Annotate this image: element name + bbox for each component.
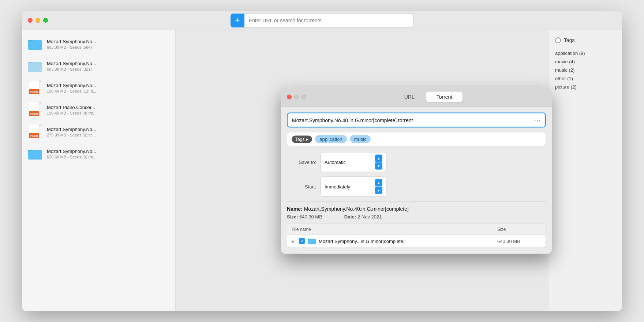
tag-item-movie[interactable]: movie (4): [555, 57, 616, 66]
svg-text:VIDEO: VIDEO: [30, 113, 38, 115]
torrent-meta: 605.08 MB - Seeds (321): [47, 67, 169, 71]
tags-radio[interactable]: [555, 37, 561, 43]
torrent-name: Mozart.Symphony.No...: [47, 127, 169, 132]
start-stepper: ▲ ▼: [375, 179, 382, 194]
torrent-item[interactable]: VIDEO Mozart.Symphony.No... 190.49 MB - …: [22, 77, 175, 99]
torrent-info: Mozart.Symphony.No... 620.60 MB - Seeds …: [47, 149, 169, 159]
tab-torrent[interactable]: Torrent: [426, 92, 463, 102]
search-input[interactable]: [244, 14, 413, 27]
modal-traffic-lights: [287, 94, 306, 99]
save-to-label: Save to:: [287, 160, 316, 165]
torrent-name: Mozart.Symphony.No...: [47, 149, 169, 154]
main-content: URL Torrent ··· Tags application: [176, 30, 549, 311]
name-value: Mozart.Symphony.No.40.in.G.minor[complet…: [304, 206, 409, 212]
start-stepper-up[interactable]: ▲: [375, 179, 382, 187]
tags-input-row: Tags application music: [287, 132, 546, 146]
torrent-info: Mozart.Symphony.No... 275.99 MB - Seeds …: [47, 127, 169, 137]
svg-rect-13: [39, 102, 41, 104]
stepper-up[interactable]: ▲: [375, 155, 382, 162]
save-to-row: Save to: Automatic ▲ ▼: [287, 152, 546, 172]
start-row: Start: Immediately ▲ ▼: [287, 177, 546, 197]
start-select[interactable]: Immediately ▲ ▼: [321, 177, 386, 197]
date-label: Date:: [344, 214, 356, 220]
tag-music[interactable]: music: [350, 135, 371, 143]
start-stepper-down[interactable]: ▼: [375, 187, 382, 194]
tags-panel: Tags application (9) movie (4) music (2)…: [549, 30, 622, 311]
modal-title-bar: URL Torrent: [281, 87, 552, 107]
svg-rect-26: [308, 240, 316, 244]
svg-rect-8: [39, 80, 41, 82]
stepper-down[interactable]: ▼: [375, 162, 382, 170]
minimize-button[interactable]: [35, 18, 40, 23]
file-table-header: File name Size: [287, 224, 546, 235]
file-size: 640.30 MB: [497, 238, 541, 244]
torrent-item[interactable]: Mozart.Symphony.No... 605.08 MB - Seeds …: [22, 55, 175, 77]
torrent-meta: 190.49 MB - Seeds (12) tr...: [47, 89, 169, 93]
torrent-name: Mozart.Symphony.No...: [47, 83, 169, 88]
url-input-field[interactable]: [292, 117, 531, 123]
date-value: 2 Nov 2021: [357, 214, 382, 220]
modal-maximize-button[interactable]: [302, 94, 306, 99]
torrent-meta: 605.08 MB - Seeds (564): [47, 45, 169, 49]
tag-item-application[interactable]: application (9): [555, 49, 616, 57]
tags-badge-label[interactable]: Tags: [292, 135, 312, 143]
save-to-stepper: ▲ ▼: [375, 155, 382, 170]
modal-dialog: URL Torrent ··· Tags application: [281, 87, 552, 254]
modal-minimize-button[interactable]: [294, 94, 299, 99]
svg-text:VIDEO: VIDEO: [30, 91, 38, 93]
col-filename: File name: [292, 227, 497, 232]
torrent-full-name: Name: Mozart.Symphony.No.40.in.G.minor[c…: [287, 206, 546, 212]
torrent-list: Mozart.Symphony.No... 605.08 MB - Seeds …: [22, 30, 176, 311]
file-table: File name Size ▶ ✓ Mozart.Symphony...: [287, 224, 546, 248]
torrent-name: Mozart.Piano.Concer...: [47, 105, 169, 110]
torrent-name: Mozart.Symphony.No...: [47, 61, 169, 66]
save-to-select[interactable]: Automatic ▲ ▼: [321, 152, 386, 172]
content-area: Mozart.Symphony.No... 605.08 MB - Seeds …: [22, 30, 622, 311]
video-icon: VIDEO: [28, 124, 42, 139]
url-dots[interactable]: ···: [534, 116, 541, 124]
torrent-meta: 620.60 MB - Seeds (0) tra...: [47, 155, 169, 159]
tag-item-picture[interactable]: picture (2): [555, 83, 616, 91]
url-input-row: ···: [287, 113, 546, 128]
torrent-name: Mozart.Symphony.No...: [47, 39, 169, 44]
torrent-item[interactable]: Mozart.Symphony.No... 620.60 MB - Seeds …: [22, 143, 175, 165]
torrent-meta-row: Size: 640.30 MB Date: 2 Nov 2021: [287, 214, 546, 220]
folder-icon: [28, 37, 42, 51]
svg-rect-18: [39, 124, 41, 126]
torrent-meta: 190.49 MB - Seeds (4) tra...: [47, 111, 169, 115]
svg-rect-23: [28, 151, 42, 160]
folder-icon: [28, 59, 42, 73]
modal-close-button[interactable]: [287, 94, 292, 99]
title-bar: +: [22, 11, 622, 30]
expand-icon[interactable]: ▶: [292, 239, 296, 243]
tag-item-music[interactable]: music (2): [555, 66, 616, 74]
torrent-item[interactable]: VIDEO Mozart.Piano.Concer... 190.49 MB -…: [22, 99, 175, 121]
folder-icon: [28, 146, 42, 161]
date-info: Date: 2 Nov 2021: [344, 214, 382, 220]
maximize-button[interactable]: [43, 18, 48, 23]
torrent-meta: 275.99 MB - Seeds (0) itc...: [47, 133, 169, 137]
torrent-item[interactable]: VIDEO Mozart.Symphony.No... 275.99 MB - …: [22, 121, 175, 143]
torrent-item[interactable]: Mozart.Symphony.No... 605.08 MB - Seeds …: [22, 33, 175, 55]
size-label: Size:: [287, 214, 298, 220]
app-window: + Mozart.Symphony.No... 605.08 MB - Seed…: [22, 11, 622, 311]
file-checkbox[interactable]: ✓: [299, 238, 305, 244]
file-table-row[interactable]: ▶ ✓ Mozart.Symphony...in.G.minor[complet…: [287, 235, 546, 248]
tab-url[interactable]: URL: [394, 92, 425, 102]
start-label: Start:: [287, 184, 316, 190]
video-icon: VIDEO: [28, 102, 42, 117]
search-bar-container: +: [231, 14, 413, 27]
close-button[interactable]: [28, 18, 33, 23]
tag-application[interactable]: application: [315, 135, 347, 143]
torrent-info: Mozart.Symphony.No... 605.08 MB - Seeds …: [47, 61, 169, 71]
col-size: Size: [497, 227, 541, 232]
add-torrent-button[interactable]: +: [231, 14, 244, 27]
save-to-value: Automatic: [325, 160, 372, 165]
tag-item-other[interactable]: other (1): [555, 74, 616, 83]
svg-rect-2: [28, 41, 42, 50]
file-folder-icon: [308, 238, 316, 244]
torrent-info: Mozart.Symphony.No... 605.08 MB - Seeds …: [47, 39, 169, 49]
size-info: Size: 640.30 MB: [287, 214, 322, 220]
torrent-info: Mozart.Symphony.No... 190.49 MB - Seeds …: [47, 83, 169, 93]
traffic-lights: [28, 18, 48, 23]
